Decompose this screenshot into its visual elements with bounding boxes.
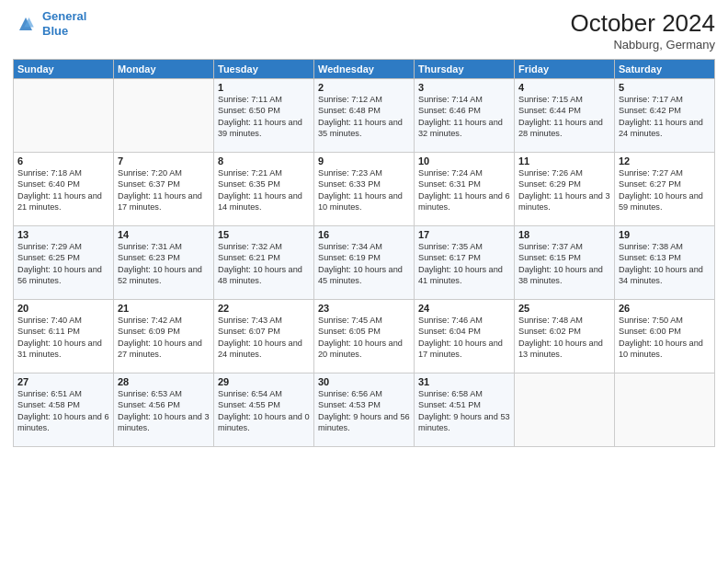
calendar-cell: 15Sunrise: 7:32 AMSunset: 6:21 PMDayligh… xyxy=(214,226,314,300)
day-number: 31 xyxy=(418,376,510,387)
daylight-text: Daylight: 10 hours and 17 minutes. xyxy=(418,339,503,359)
daylight-text: Daylight: 9 hours and 53 minutes. xyxy=(418,412,510,432)
calendar-cell: 12Sunrise: 7:27 AMSunset: 6:27 PMDayligh… xyxy=(615,153,715,226)
sunset-text: Sunset: 6:04 PM xyxy=(418,327,481,336)
sunset-text: Sunset: 6:23 PM xyxy=(118,253,180,262)
calendar-cell: 3Sunrise: 7:14 AMSunset: 6:46 PMDaylight… xyxy=(415,79,515,153)
location: Nabburg, Germany xyxy=(570,38,715,52)
sunrise-text: Sunrise: 6:51 AM xyxy=(17,389,82,398)
sunrise-text: Sunrise: 7:29 AM xyxy=(17,242,82,251)
cell-sun-info: Sunrise: 7:17 AMSunset: 6:42 PMDaylight:… xyxy=(619,94,711,140)
day-number: 13 xyxy=(17,229,109,240)
sunset-text: Sunset: 6:29 PM xyxy=(518,179,581,189)
cell-sun-info: Sunrise: 6:53 AMSunset: 4:56 PMDaylight:… xyxy=(118,388,210,434)
sunset-text: Sunset: 6:46 PM xyxy=(418,106,481,115)
daylight-text: Daylight: 10 hours and 10 minutes. xyxy=(619,339,703,359)
cell-sun-info: Sunrise: 7:15 AMSunset: 6:44 PMDaylight:… xyxy=(518,94,610,140)
day-number: 4 xyxy=(518,82,610,93)
header: General Blue October 2024 Nabburg, Germa… xyxy=(13,9,715,52)
daylight-text: Daylight: 10 hours and 6 minutes. xyxy=(17,412,109,432)
cell-sun-info: Sunrise: 7:32 AMSunset: 6:21 PMDaylight:… xyxy=(218,241,310,287)
sunset-text: Sunset: 4:55 PM xyxy=(218,400,280,409)
weekday-saturday: Saturday xyxy=(615,60,715,79)
sunset-text: Sunset: 6:44 PM xyxy=(518,106,581,115)
sunset-text: Sunset: 6:37 PM xyxy=(118,179,180,189)
weekday-thursday: Thursday xyxy=(415,60,515,79)
calendar-cell: 21Sunrise: 7:42 AMSunset: 6:09 PMDayligh… xyxy=(114,300,214,373)
calendar-cell: 10Sunrise: 7:24 AMSunset: 6:31 PMDayligh… xyxy=(415,153,515,226)
cell-sun-info: Sunrise: 7:43 AMSunset: 6:07 PMDaylight:… xyxy=(218,315,310,361)
daylight-text: Daylight: 10 hours and 52 minutes. xyxy=(118,265,202,285)
daylight-text: Daylight: 11 hours and 32 minutes. xyxy=(418,118,503,138)
calendar-cell: 18Sunrise: 7:37 AMSunset: 6:15 PMDayligh… xyxy=(515,226,615,300)
logo-text: General Blue xyxy=(42,9,86,38)
calendar-cell: 25Sunrise: 7:48 AMSunset: 6:02 PMDayligh… xyxy=(515,300,615,373)
calendar-cell: 22Sunrise: 7:43 AMSunset: 6:07 PMDayligh… xyxy=(214,300,314,373)
calendar-cell: 17Sunrise: 7:35 AMSunset: 6:17 PMDayligh… xyxy=(415,226,515,300)
cell-sun-info: Sunrise: 7:31 AMSunset: 6:23 PMDaylight:… xyxy=(118,241,210,287)
cell-sun-info: Sunrise: 7:12 AMSunset: 6:48 PMDaylight:… xyxy=(318,94,410,140)
logo-line1: General xyxy=(42,9,86,23)
calendar-cell: 6Sunrise: 7:18 AMSunset: 6:40 PMDaylight… xyxy=(14,153,114,226)
daylight-text: Daylight: 11 hours and 14 minutes. xyxy=(218,191,302,212)
calendar-cell: 7Sunrise: 7:20 AMSunset: 6:37 PMDaylight… xyxy=(114,153,214,226)
sunset-text: Sunset: 6:11 PM xyxy=(17,327,80,336)
cell-sun-info: Sunrise: 7:21 AMSunset: 6:35 PMDaylight:… xyxy=(218,167,310,213)
sunrise-text: Sunrise: 7:43 AM xyxy=(218,316,282,325)
daylight-text: Daylight: 11 hours and 35 minutes. xyxy=(318,118,403,138)
daylight-text: Daylight: 11 hours and 6 minutes. xyxy=(418,191,510,212)
sunrise-text: Sunrise: 6:53 AM xyxy=(118,389,182,398)
day-number: 8 xyxy=(218,155,310,167)
daylight-text: Daylight: 11 hours and 10 minutes. xyxy=(318,191,403,212)
month-title: October 2024 xyxy=(570,9,715,38)
day-number: 12 xyxy=(619,155,711,167)
cell-sun-info: Sunrise: 7:50 AMSunset: 6:00 PMDaylight:… xyxy=(619,315,711,361)
day-number: 18 xyxy=(518,229,610,240)
sunrise-text: Sunrise: 7:42 AM xyxy=(118,316,182,325)
cell-sun-info: Sunrise: 7:27 AMSunset: 6:27 PMDaylight:… xyxy=(619,167,711,213)
sunset-text: Sunset: 6:35 PM xyxy=(218,179,280,189)
sunset-text: Sunset: 6:02 PM xyxy=(518,327,581,336)
cell-sun-info: Sunrise: 7:34 AMSunset: 6:19 PMDaylight:… xyxy=(318,241,410,287)
week-row-1: 1Sunrise: 7:11 AMSunset: 6:50 PMDaylight… xyxy=(14,79,715,153)
day-number: 24 xyxy=(418,303,510,314)
daylight-text: Daylight: 10 hours and 45 minutes. xyxy=(318,265,403,285)
sunset-text: Sunset: 6:31 PM xyxy=(418,179,481,189)
page: General Blue October 2024 Nabburg, Germa… xyxy=(0,0,728,563)
calendar-cell xyxy=(515,373,615,447)
day-number: 28 xyxy=(118,376,210,387)
sunset-text: Sunset: 6:40 PM xyxy=(17,179,80,189)
cell-sun-info: Sunrise: 7:11 AMSunset: 6:50 PMDaylight:… xyxy=(218,94,310,140)
cell-sun-info: Sunrise: 7:45 AMSunset: 6:05 PMDaylight:… xyxy=(318,315,410,361)
sunrise-text: Sunrise: 6:54 AM xyxy=(218,389,282,398)
weekday-friday: Friday xyxy=(515,60,615,79)
calendar-cell: 20Sunrise: 7:40 AMSunset: 6:11 PMDayligh… xyxy=(14,300,114,373)
day-number: 21 xyxy=(118,303,210,314)
sunset-text: Sunset: 6:00 PM xyxy=(619,327,681,336)
cell-sun-info: Sunrise: 6:58 AMSunset: 4:51 PMDaylight:… xyxy=(418,388,510,434)
calendar-cell: 30Sunrise: 6:56 AMSunset: 4:53 PMDayligh… xyxy=(314,373,415,447)
cell-sun-info: Sunrise: 7:46 AMSunset: 6:04 PMDaylight:… xyxy=(418,315,510,361)
calendar-cell: 13Sunrise: 7:29 AMSunset: 6:25 PMDayligh… xyxy=(14,226,114,300)
cell-sun-info: Sunrise: 7:48 AMSunset: 6:02 PMDaylight:… xyxy=(518,315,610,361)
sunset-text: Sunset: 4:53 PM xyxy=(318,400,381,409)
logo: General Blue xyxy=(13,9,86,38)
calendar-cell: 16Sunrise: 7:34 AMSunset: 6:19 PMDayligh… xyxy=(314,226,415,300)
calendar-cell: 4Sunrise: 7:15 AMSunset: 6:44 PMDaylight… xyxy=(515,79,615,153)
daylight-text: Daylight: 10 hours and 13 minutes. xyxy=(518,339,603,359)
daylight-text: Daylight: 10 hours and 31 minutes. xyxy=(17,339,102,359)
calendar-cell: 1Sunrise: 7:11 AMSunset: 6:50 PMDaylight… xyxy=(214,79,314,153)
calendar-cell: 8Sunrise: 7:21 AMSunset: 6:35 PMDaylight… xyxy=(214,153,314,226)
week-row-3: 13Sunrise: 7:29 AMSunset: 6:25 PMDayligh… xyxy=(14,226,715,300)
daylight-text: Daylight: 11 hours and 21 minutes. xyxy=(17,191,102,212)
sunrise-text: Sunrise: 6:56 AM xyxy=(318,389,382,398)
sunrise-text: Sunrise: 7:46 AM xyxy=(418,316,483,325)
sunrise-text: Sunrise: 7:24 AM xyxy=(418,168,483,178)
weekday-tuesday: Tuesday xyxy=(214,60,314,79)
daylight-text: Daylight: 10 hours and 3 minutes. xyxy=(118,412,210,432)
sunset-text: Sunset: 6:09 PM xyxy=(118,327,180,336)
calendar-cell: 9Sunrise: 7:23 AMSunset: 6:33 PMDaylight… xyxy=(314,153,415,226)
day-number: 22 xyxy=(218,303,310,314)
sunrise-text: Sunrise: 7:40 AM xyxy=(17,316,82,325)
weekday-header-row: SundayMondayTuesdayWednesdayThursdayFrid… xyxy=(14,60,715,79)
